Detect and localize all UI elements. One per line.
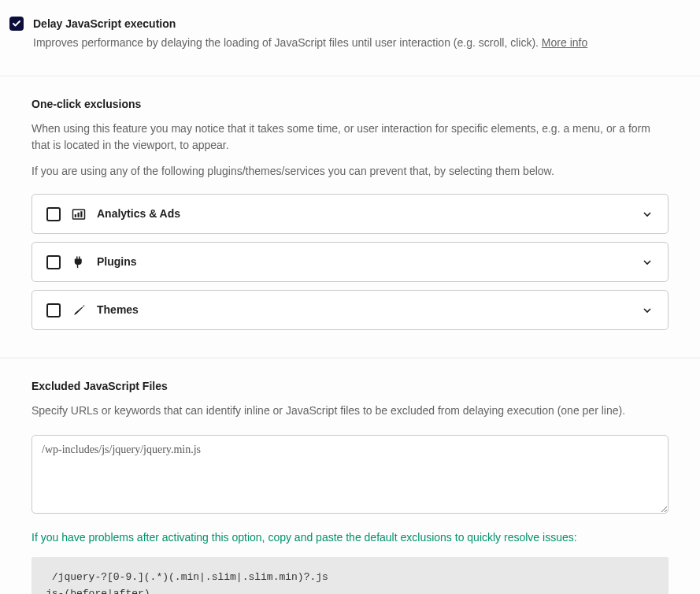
accordion-label-plugins: Plugins — [97, 254, 630, 270]
excluded-js-title: Excluded JavaScript Files — [31, 378, 669, 395]
excluded-js-textarea[interactable] — [31, 435, 669, 514]
chevron-down-icon — [641, 256, 654, 269]
excluded-js-help1: If you have problems after activating th… — [31, 529, 669, 546]
svg-rect-1 — [75, 214, 76, 217]
theme-icon — [72, 303, 86, 317]
accordion-label-analytics: Analytics & Ads — [97, 206, 630, 222]
accordion-checkbox-themes[interactable] — [46, 303, 61, 317]
analytics-icon — [72, 207, 86, 221]
accordion-label-themes: Themes — [97, 302, 630, 318]
more-info-link[interactable]: More info — [542, 36, 587, 49]
plugin-icon — [72, 255, 86, 269]
delay-js-checkbox[interactable] — [9, 17, 24, 31]
accordion-plugins[interactable]: Plugins — [31, 242, 669, 282]
accordion-checkbox-analytics[interactable] — [46, 207, 61, 221]
svg-rect-2 — [78, 212, 80, 217]
chevron-down-icon — [641, 304, 654, 317]
svg-rect-3 — [80, 211, 82, 217]
accordion-checkbox-plugins[interactable] — [46, 255, 61, 269]
one-click-exclusions-desc2: If you are using any of the following pl… — [31, 163, 669, 180]
one-click-exclusions-desc1: When using this feature you may notice t… — [31, 121, 669, 154]
chevron-down-icon — [641, 208, 654, 221]
accordion-themes[interactable]: Themes — [31, 290, 669, 330]
delay-js-description: Improves performance by delaying the loa… — [33, 35, 669, 51]
accordion-analytics-ads[interactable]: Analytics & Ads — [31, 194, 669, 234]
delay-js-title: Delay JavaScript execution — [33, 16, 669, 32]
one-click-exclusions-title: One-click exclusions — [31, 96, 669, 113]
excluded-js-desc: Specify URLs or keywords that can identi… — [31, 403, 669, 419]
default-exclusions-code: /jquery-?[0-9.](.*)(.min|.slim|.slim.min… — [31, 557, 669, 594]
